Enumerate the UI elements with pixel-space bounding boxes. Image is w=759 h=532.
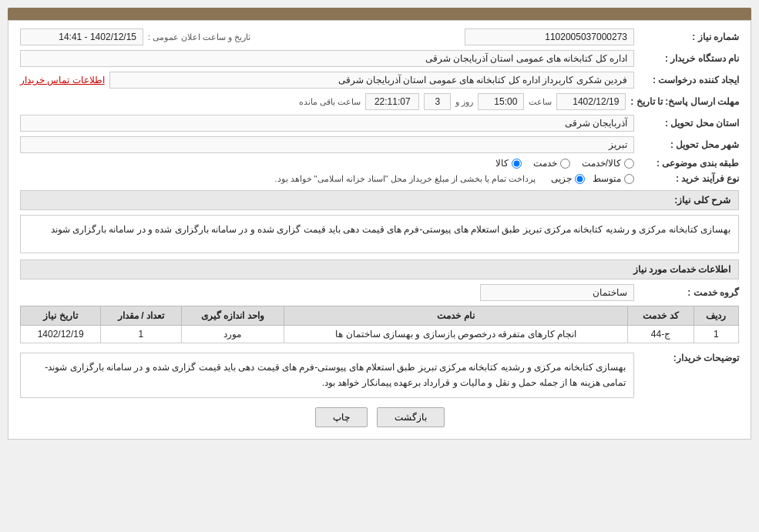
general-desc-box: بهسازی کتابخانه مرکزی و رشدیه کتابخانه م…	[20, 215, 739, 253]
col-date: تاریخ نیاز	[21, 306, 101, 326]
radio-kala-khedmat[interactable]	[624, 159, 634, 169]
category-label: طبقه بندی موضوعی :	[639, 158, 739, 169]
radio-motavasset[interactable]	[624, 174, 634, 184]
buyer-notes-row: توضیحات خریدار: بهسازی کتابخانه مرکزی و …	[20, 350, 739, 398]
buyer-org-label: نام دستگاه خریدار :	[639, 53, 739, 64]
need-number-label: شماره نیاز :	[639, 32, 739, 42]
cell-code: ج-44	[628, 326, 694, 343]
creator-row: ایجاد کننده درخواست : فردین شکری کاربردا…	[20, 72, 739, 89]
table-row: 1 ج-44 انجام کارهای متفرقه درخصوص بازساز…	[21, 326, 739, 343]
radio-jozyi[interactable]	[575, 174, 585, 184]
radio-khedmat-label: خدمت	[533, 158, 557, 169]
creator-label: ایجاد کننده درخواست :	[639, 75, 739, 85]
category-row: طبقه بندی موضوعی : کالا/خدمت خدمت کالا	[20, 158, 739, 169]
col-code: کد خدمت	[628, 306, 694, 326]
radio-kala-khedmat-label: کالا/خدمت	[582, 158, 621, 169]
process-option-motavasset[interactable]: متوسط	[593, 173, 634, 184]
services-table-section: ردیف کد خدمت نام خدمت واحد اندازه گیری ت…	[20, 306, 739, 343]
radio-kala-label: کالا	[495, 158, 509, 169]
process-row: نوع فرآیند خرید : متوسط جزیی پرداخت تمام…	[20, 173, 739, 184]
radio-kala[interactable]	[512, 159, 522, 169]
page-header	[8, 8, 751, 20]
service-group-row: گروه خدمت : ساختمان	[20, 284, 739, 301]
col-name: نام خدمت	[284, 306, 628, 326]
back-button[interactable]: بازگشت	[377, 407, 445, 427]
creator-contact-link[interactable]: اطلاعات تماس خریدار	[20, 75, 105, 85]
deadline-date: 1402/12/19	[556, 93, 626, 110]
announce-value: 1402/12/15 - 14:41	[20, 28, 143, 45]
city-label: شهر محل تحویل :	[639, 139, 739, 150]
need-number-row: شماره نیاز : 1102005037000273 تاریخ و سا…	[20, 28, 739, 45]
service-group-value: ساختمان	[480, 284, 634, 301]
radio-motavasset-label: متوسط	[593, 173, 621, 184]
province-row: استان محل تحویل : آذربایجان شرقی	[20, 115, 739, 132]
days-label: روز و	[455, 97, 473, 107]
print-button[interactable]: چاپ	[315, 407, 368, 427]
announce-label: تاریخ و ساعت اعلان عمومی :	[148, 32, 250, 42]
category-option-khedmat[interactable]: خدمت	[533, 158, 570, 169]
deadline-time: 15:00	[478, 93, 524, 110]
bottom-buttons: بازگشت چاپ	[20, 407, 739, 427]
process-note: پرداخت تمام یا بخشی از مبلغ خریداز محل "…	[274, 174, 536, 184]
general-desc-title: شرح کلی نیاز:	[20, 190, 739, 210]
time-label: ساعت	[529, 97, 552, 107]
province-value: آذربایجان شرقی	[20, 115, 634, 132]
cell-date: 1402/12/19	[21, 326, 101, 343]
province-label: استان محل تحویل :	[639, 118, 739, 129]
general-desc-label: شرح کلی نیاز:	[674, 195, 730, 206]
remaining-label: ساعت باقی مانده	[299, 97, 361, 107]
process-group: متوسط جزیی پرداخت تمام یا بخشی از مبلغ خ…	[20, 173, 634, 184]
creator-value: فردین شکری کاربرداز اداره کل کتابخانه ها…	[109, 72, 634, 89]
radio-jozyi-label: جزیی	[551, 173, 572, 184]
col-radif: ردیف	[694, 306, 738, 326]
buyer-notes-label: توضیحات خریدار:	[639, 353, 739, 363]
page-wrapper: شماره نیاز : 1102005037000273 تاریخ و سا…	[0, 0, 759, 532]
cell-name: انجام کارهای متفرقه درخصوص بازسازی و بهس…	[284, 326, 628, 343]
remaining-value: 22:11:07	[365, 93, 419, 110]
need-number-value: 1102005037000273	[465, 28, 634, 45]
services-title: اطلاعات خدمات مورد نیاز	[20, 259, 739, 279]
deadline-label: مهلت ارسال پاسخ: تا تاریخ :	[630, 96, 739, 107]
days-value: 3	[424, 93, 451, 110]
services-title-label: اطلاعات خدمات مورد نیاز	[633, 264, 730, 275]
buyer-org-row: نام دستگاه خریدار : اداره کل کتابخانه ها…	[20, 50, 739, 67]
main-card: شماره نیاز : 1102005037000273 تاریخ و سا…	[8, 20, 751, 440]
category-option-kala-khedmat[interactable]: کالا/خدمت	[582, 158, 634, 169]
deadline-row: مهلت ارسال پاسخ: تا تاریخ : 1402/12/19 س…	[20, 93, 739, 110]
city-value: تبریز	[20, 136, 634, 153]
process-option-jozyi[interactable]: جزیی	[551, 173, 585, 184]
service-group-label: گروه خدمت :	[639, 287, 739, 298]
cell-unit: مورد	[181, 326, 284, 343]
process-label: نوع فرآیند خرید :	[639, 173, 739, 184]
services-table: ردیف کد خدمت نام خدمت واحد اندازه گیری ت…	[20, 306, 739, 343]
cell-qty: 1	[101, 326, 181, 343]
cell-radif: 1	[694, 326, 738, 343]
col-qty: تعداد / مقدار	[101, 306, 181, 326]
city-row: شهر محل تحویل : تبریز	[20, 136, 739, 153]
radio-khedmat[interactable]	[560, 159, 570, 169]
category-radio-group: کالا/خدمت خدمت کالا	[495, 158, 634, 169]
category-option-kala[interactable]: کالا	[495, 158, 522, 169]
buyer-org-value: اداره کل کتابخانه های عمومی استان آذربای…	[20, 50, 634, 67]
col-unit: واحد اندازه گیری	[181, 306, 284, 326]
buyer-notes-value: بهسازی کتابخانه مرکزی و رشدیه کتابخانه م…	[20, 353, 634, 398]
general-desc-text: بهسازی کتابخانه مرکزی و رشدیه کتابخانه م…	[51, 224, 730, 235]
